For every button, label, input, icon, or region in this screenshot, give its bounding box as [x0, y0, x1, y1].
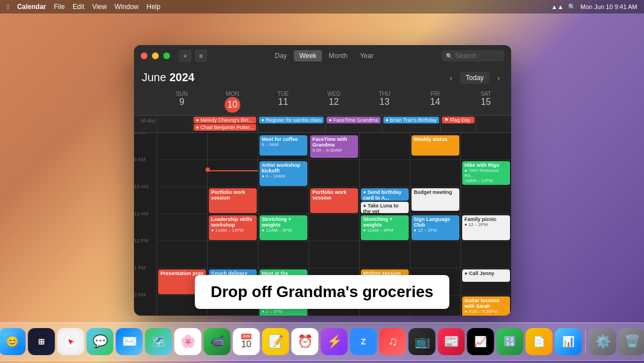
prev-week-button[interactable]: ‹	[446, 72, 456, 83]
cell-sun-8[interactable]	[156, 133, 207, 160]
cell-tue-11[interactable]: Stretching + weights ● 11AM – 9PM	[258, 214, 308, 241]
event-stretching-thu[interactable]: Stretching + weights ● 11AM – 9PM	[361, 215, 409, 240]
dock-news[interactable]: 📰	[438, 328, 465, 355]
cell-tue-8[interactable]: Meet for coffee 8 – 9AM	[258, 133, 308, 160]
dock-music[interactable]: ♫	[379, 328, 406, 355]
cell-thu-10[interactable]: ● Send birthday card to A... ● Take Luna…	[359, 187, 410, 214]
cell-mon-11[interactable]: Leadership skills workshop ● 11AM – 12PM	[207, 214, 258, 241]
maximize-button[interactable]	[163, 52, 170, 59]
event-sign-language[interactable]: Sign Language Club ● 12 – 2PM	[412, 215, 459, 240]
dock-numbers[interactable]: 🔢	[497, 328, 524, 355]
cell-sun-9[interactable]	[156, 160, 207, 187]
dock-calendar[interactable]: JUN 10	[233, 328, 260, 355]
cell-thu-8[interactable]	[359, 133, 410, 160]
menu-window[interactable]: Window	[115, 3, 139, 11]
allday-thu[interactable]: ● Brian Tran's Birthday	[382, 116, 440, 132]
cell-wed-12[interactable]	[308, 241, 359, 268]
app-name[interactable]: Calendar	[17, 3, 46, 11]
cell-fri-11[interactable]: Sign Language Club ● 12 – 2PM	[410, 214, 460, 241]
view-week[interactable]: Week	[294, 50, 322, 61]
cell-thu-11[interactable]: Stretching + weights ● 11AM – 9PM	[359, 214, 410, 241]
view-day[interactable]: Day	[269, 50, 292, 61]
cell-fri-9[interactable]	[410, 160, 460, 187]
dock-appletv[interactable]: 📺	[409, 328, 436, 355]
allday-sun[interactable]	[156, 116, 192, 132]
cell-sat-10[interactable]	[460, 187, 511, 214]
event-portfolio-sun[interactable]: Portfolio work session	[209, 188, 257, 213]
allday-mon[interactable]: ● Melody Cheung's Birt... ● Chad Benjami…	[192, 116, 257, 132]
event-send-birthday-card[interactable]: ● Send birthday card to A...	[361, 188, 409, 201]
event-melody-birthday[interactable]: ● Melody Cheung's Birt...	[194, 117, 256, 123]
cell-fri-10[interactable]: Budget meeting	[410, 187, 460, 214]
event-family-picnic[interactable]: Family picnic ● 12 – 2PM	[462, 215, 510, 240]
cell-sun-11[interactable]	[156, 214, 207, 241]
event-portfolio-wed[interactable]: Portfolio work session	[310, 188, 358, 213]
view-year[interactable]: Year	[354, 50, 379, 61]
event-facetime-grandma-allday[interactable]: ● FaceTime Grandma	[327, 117, 381, 123]
event-leadership-skills[interactable]: Leadership skills workshop ● 11AM – 12PM	[209, 215, 257, 240]
event-flag-day[interactable]: ⚑ Flag Day	[442, 117, 475, 123]
cell-mon-12[interactable]	[207, 241, 258, 268]
cell-sat-8[interactable]	[460, 133, 511, 160]
cell-wed-10[interactable]: Portfolio work session	[308, 187, 359, 214]
cell-wed-11[interactable]	[308, 214, 359, 241]
cell-mon-10[interactable]: Portfolio work session	[207, 187, 258, 214]
search-box[interactable]: 🔍	[441, 50, 504, 61]
view-month[interactable]: Month	[323, 50, 353, 61]
event-chad-pottery[interactable]: ● Chad Benjamin Potter...	[194, 124, 256, 131]
event-meet-coffee[interactable]: Meet for coffee 8 – 9AM	[260, 135, 307, 156]
cell-tue-9[interactable]: Artist workshop kickoff! ● 9 – 10AM	[258, 160, 308, 187]
menu-help[interactable]: Help	[146, 3, 160, 11]
event-hike-rigo[interactable]: Hike with Rigo ● 7887 Redwood Rd... 10AM…	[462, 161, 510, 185]
event-take-luna[interactable]: ● Take Luna to the vet	[361, 202, 409, 213]
event-weekly-status[interactable]: Weekly status	[412, 135, 459, 156]
cell-fri-12[interactable]	[410, 241, 460, 268]
dock-messages[interactable]: 💬	[87, 328, 114, 355]
cell-sat-2[interactable]: Guitar lessons with Sarah ● 4:30 – 5:30P…	[460, 295, 511, 316]
dock-launchpad[interactable]: ⊞	[28, 328, 55, 355]
dock-pages[interactable]: 📄	[526, 328, 553, 355]
cell-sat-12[interactable]	[460, 241, 511, 268]
cell-tue-10[interactable]	[258, 187, 308, 214]
event-brian-birthday[interactable]: ● Brian Tran's Birthday	[383, 117, 439, 123]
add-event-button[interactable]: +	[179, 50, 191, 62]
cell-thu-12[interactable]	[359, 241, 410, 268]
minimize-button[interactable]	[152, 52, 159, 59]
dock-finder[interactable]: 😊	[0, 328, 26, 355]
cell-sun-12[interactable]	[156, 241, 207, 268]
event-budget-meeting[interactable]: Budget meeting	[412, 188, 459, 211]
event-artist-workshop[interactable]: Artist workshop kickoff! ● 9 – 10AM	[260, 161, 307, 186]
dock-systemprefs[interactable]: ⚙️	[589, 328, 616, 355]
cell-fri-8[interactable]: Weekly status	[410, 133, 460, 160]
cell-sat-9[interactable]: Hike with Rigo ● 7887 Redwood Rd... 10AM…	[460, 160, 511, 187]
close-button[interactable]	[141, 52, 147, 59]
event-guitar-lessons[interactable]: Guitar lessons with Sarah ● 4:30 – 5:30P…	[462, 296, 510, 316]
allday-fri[interactable]: ⚑ Flag Day	[440, 116, 476, 132]
search-input[interactable]	[455, 52, 500, 60]
menu-file[interactable]: File	[54, 3, 65, 11]
cell-sat-1[interactable]: ● Call Jenny	[460, 268, 511, 295]
today-button[interactable]: Today	[460, 72, 489, 84]
apple-menu[interactable]: 	[7, 3, 9, 11]
dock-notes[interactable]: 📝	[262, 328, 289, 355]
dock-reminders[interactable]: ⏰	[292, 328, 319, 355]
menu-view[interactable]: View	[92, 3, 107, 11]
event-call-jenny[interactable]: ● Call Jenny	[462, 269, 510, 282]
menu-edit[interactable]: Edit	[73, 3, 84, 11]
cell-thu-9[interactable]	[359, 160, 410, 187]
dock-photos[interactable]: 🌸	[175, 328, 202, 355]
allday-wed[interactable]: ● FaceTime Grandma	[325, 116, 382, 132]
search-menubar-icon[interactable]: 🔍	[568, 3, 576, 11]
dock-stocks[interactable]: 📈	[467, 328, 494, 355]
cell-tue-12[interactable]	[258, 241, 308, 268]
cell-sat-11[interactable]: Family picnic ● 12 – 2PM	[460, 214, 511, 241]
cell-wed-9[interactable]	[308, 160, 359, 187]
dock-mail[interactable]: ✉️	[116, 328, 143, 355]
allday-sat[interactable]	[476, 116, 511, 132]
event-stretching-tue[interactable]: Stretching + weights ● 11AM – 9PM	[260, 215, 307, 240]
dock-trash[interactable]: 🗑️	[619, 328, 645, 355]
cell-mon-8[interactable]	[207, 133, 258, 160]
event-facetime-grandma[interactable]: FaceTime with Grandma 8:30 – 9:30AM	[310, 135, 358, 158]
dock-facetime[interactable]: 📹	[204, 328, 231, 355]
cell-wed-8[interactable]: FaceTime with Grandma 8:30 – 9:30AM	[308, 133, 359, 160]
